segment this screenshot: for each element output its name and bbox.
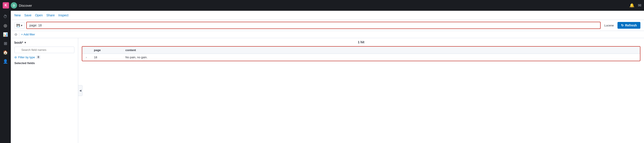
sidebar-item-recent[interactable]: ⏱ [1,12,10,21]
field-search-wrapper: 🔍 [14,47,74,53]
top-nav-icons: 🔔 ✉ [630,3,641,8]
index-pattern-chevron[interactable]: ▾ [24,41,26,44]
share-button[interactable]: Share [46,12,54,18]
save-button[interactable]: Save [24,12,32,18]
search-input-wrapper [26,22,601,29]
selected-fields-section: Selected fields [14,61,74,65]
results-table: page content › 18 No pain, no gain. [82,47,640,61]
toolbar: New Save Open Share Inspect [11,11,644,20]
filter-row: ⊖ + Add filter [11,31,644,38]
new-button[interactable]: New [14,12,21,18]
lucene-label: Lucene [602,24,616,27]
filter-type-count: 0 [36,55,40,59]
filter-divider [19,33,19,36]
save-search-icon: 💾 [16,24,20,27]
user-icon: 👤 [3,59,8,64]
home-icon: 🏠 [3,50,8,55]
app-title: Discover [19,3,628,7]
chevron-down-icon: ▾ [21,24,22,27]
page-column-header[interactable]: page [90,47,122,54]
top-navbar: K D Discover 🔔 ✉ [0,0,644,11]
search-bar-row: 💾 ▾ Lucene ↻ Refresh [11,20,644,31]
sidebar-item-discover[interactable]: ◎ [1,21,10,30]
filter-by-type-row[interactable]: ⊖ Filter by type 0 [14,55,74,59]
bell-icon[interactable]: 🔔 [630,3,634,8]
sidebar-item-management[interactable]: 👤 [1,57,10,65]
content-column-header[interactable]: content [122,47,640,54]
chart-icon: 📊 [3,32,8,37]
sidebar-item-home[interactable]: 🏠 [1,48,10,56]
table-header-row: page content [82,47,640,54]
add-filter-button[interactable]: + Add filter [21,33,35,36]
results-header: 1 hit [78,38,644,46]
dashboard-icon: ⊞ [4,41,7,46]
discover-icon: ◎ [4,23,7,28]
refresh-button[interactable]: ↻ Refresh [618,22,640,29]
sidebar: ⏱ ◎ 📊 ⊞ 🏠 👤 [0,11,11,143]
results-table-header: page content [82,47,640,54]
content-area: book* ▾ 🔍 ⊖ Filter by type 0 Selected fi… [11,38,644,143]
index-pattern-name: book* [14,41,23,44]
collapse-left-icon: ◀ [79,89,81,92]
results-table-wrapper: page content › 18 No pain, no gain. [82,46,640,61]
inspect-button[interactable]: Inspect [58,12,68,18]
index-pattern-row: book* ▾ [14,41,74,44]
mail-icon[interactable]: ✉ [638,3,641,8]
search-type-button[interactable]: 💾 ▾ [14,22,24,29]
clock-icon: ⏱ [3,14,8,19]
hits-count: 1 hit [358,40,364,44]
open-button[interactable]: Open [35,12,43,18]
left-panel: book* ▾ 🔍 ⊖ Filter by type 0 Selected fi… [11,38,78,143]
page-cell: 18 [90,54,122,61]
kibana-logo: K [3,2,9,8]
main-content: New Save Open Share Inspect 💾 ▾ Lucene ↻… [11,11,644,143]
filter-icon: ⊖ [14,32,17,36]
filter-by-type-label: Filter by type [18,56,35,59]
user-avatar[interactable]: D [11,2,17,8]
collapse-panel-button[interactable]: ◀ [78,85,82,96]
table-row: › 18 No pain, no gain. [82,54,640,61]
selected-fields-label: Selected fields [14,61,35,65]
row-expand-cell[interactable]: › [82,54,90,61]
refresh-icon: ↻ [621,23,624,27]
row-expand-icon[interactable]: › [86,56,87,59]
results-panel: ◀ 1 hit page content [78,38,644,143]
expand-col-header [82,47,90,54]
sidebar-item-visualize[interactable]: 📊 [1,30,10,38]
field-search-input[interactable] [14,47,74,53]
search-input[interactable] [26,22,601,29]
filter-type-icon: ⊖ [14,56,17,59]
content-cell: No pain, no gain. [122,54,640,61]
sidebar-item-dashboard[interactable]: ⊞ [1,39,10,47]
results-table-body: › 18 No pain, no gain. [82,54,640,61]
